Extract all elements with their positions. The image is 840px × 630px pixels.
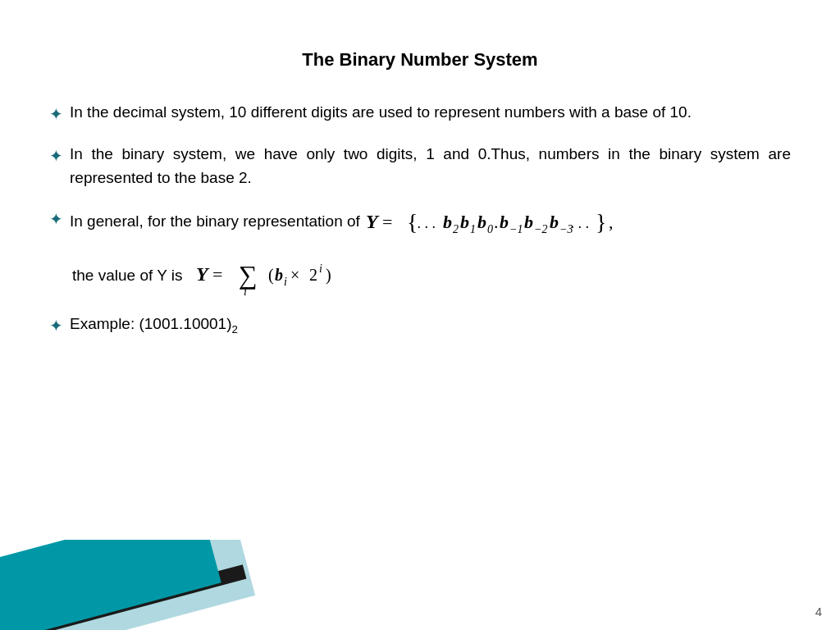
bullet-text-1: In the decimal system, 10 different digi… xyxy=(70,100,791,124)
svg-text:0: 0 xyxy=(487,223,493,235)
svg-text:{: { xyxy=(407,209,418,235)
bullet-icon-5: ✦ xyxy=(49,313,63,339)
bottom-decoration xyxy=(0,540,279,630)
slide: The Binary Number System ✦ In the decima… xyxy=(0,0,840,630)
svg-text:}: } xyxy=(596,209,606,235)
svg-text:,: , xyxy=(609,212,614,232)
math-sum-svg: Y = ∑ i ( b i × 2 i ) xyxy=(196,254,348,297)
svg-text:1: 1 xyxy=(470,223,476,235)
slide-content: ✦ In the decimal system, 10 different di… xyxy=(49,100,791,339)
svg-text:−2: −2 xyxy=(534,223,547,235)
svg-text:.: . xyxy=(494,212,499,232)
svg-text:=: = xyxy=(212,264,222,285)
svg-text:b: b xyxy=(550,212,559,232)
bullet-5: ✦ Example: (1001.10001)2 xyxy=(49,312,791,339)
bullet-1: ✦ In the decimal system, 10 different di… xyxy=(49,100,791,127)
svg-text:2: 2 xyxy=(453,223,459,235)
svg-text:Y: Y xyxy=(196,263,210,285)
svg-text:i: i xyxy=(319,262,322,275)
svg-text:×: × xyxy=(290,266,299,284)
svg-text:): ) xyxy=(326,266,331,285)
math-sum-formula: Y = ∑ i ( b i × 2 i ) xyxy=(196,254,348,297)
svg-text:−1: −1 xyxy=(509,223,523,235)
bullet-2: ✦ In the binary system, we have only two… xyxy=(49,142,791,190)
svg-text:. . .: . . . xyxy=(571,215,590,231)
svg-text:2: 2 xyxy=(309,266,317,284)
svg-text:b: b xyxy=(443,212,452,232)
svg-text:i: i xyxy=(284,276,287,288)
svg-text:. . .: . . . xyxy=(418,215,436,231)
slide-title: The Binary Number System xyxy=(49,49,791,71)
bullet-3: ✦ In general, for the binary representat… xyxy=(49,205,791,240)
svg-text:Y: Y xyxy=(366,211,380,232)
bullet-icon-1: ✦ xyxy=(49,102,63,127)
page-number: 4 xyxy=(815,605,822,619)
svg-text:i: i xyxy=(244,285,247,297)
bullet-icon-2: ✦ xyxy=(49,144,63,169)
value-of-y-text: the value of Y is xyxy=(72,263,183,287)
svg-text:b: b xyxy=(275,266,283,284)
svg-text:b: b xyxy=(524,212,533,232)
bullet-text-3: In general, for the binary representatio… xyxy=(70,205,791,240)
bullet-text-2: In the binary system, we have only two d… xyxy=(70,142,791,190)
bullet-icon-3: ✦ xyxy=(49,207,63,232)
svg-text:=: = xyxy=(382,212,392,232)
svg-text:(: ( xyxy=(268,266,274,285)
bullet-text-5: Example: (1001.10001)2 xyxy=(70,312,791,338)
svg-text:∑: ∑ xyxy=(239,260,258,290)
bullet-4: the value of Y is Y = ∑ i ( b i × 2 xyxy=(72,254,791,297)
svg-text:b: b xyxy=(500,212,509,232)
svg-text:b: b xyxy=(460,212,469,232)
math-Y-set: Y = { . . . b 2 b 1 b 0 xyxy=(364,205,643,240)
svg-text:b: b xyxy=(477,212,486,232)
math-Y-set-svg: Y = { . . . b 2 b 1 b 0 xyxy=(364,205,643,240)
